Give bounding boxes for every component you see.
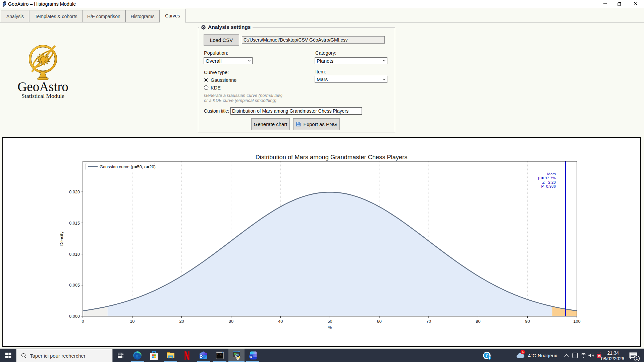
svg-text:W: W xyxy=(250,355,253,358)
svg-text:10: 10 xyxy=(130,319,135,324)
svg-text:20: 20 xyxy=(179,319,184,324)
svg-text:70: 70 xyxy=(426,319,431,324)
svg-text:0.010: 0.010 xyxy=(69,252,80,257)
svg-text:Gaussian curve (μ=50, σ=20): Gaussian curve (μ=50, σ=20) xyxy=(100,164,156,169)
svg-text:5: 5 xyxy=(522,350,524,354)
svg-text:0.000: 0.000 xyxy=(69,314,80,319)
svg-text:P=0.986: P=0.986 xyxy=(541,184,556,188)
svg-text:?: ? xyxy=(485,353,488,357)
svg-text:Distribution of Mars among Gra: Distribution of Mars among Grandmaster C… xyxy=(255,154,407,161)
svg-text:80: 80 xyxy=(476,319,480,324)
svg-text:1: 1 xyxy=(636,356,638,360)
svg-text:90: 90 xyxy=(525,319,530,324)
svg-text:50: 50 xyxy=(327,319,332,324)
svg-text:0.020: 0.020 xyxy=(69,189,80,194)
svg-text:Z=-2.20: Z=-2.20 xyxy=(542,180,556,184)
svg-text:0: 0 xyxy=(82,319,84,324)
svg-text:Density: Density xyxy=(59,231,64,246)
svg-text:%: % xyxy=(328,325,332,330)
svg-text:0.005: 0.005 xyxy=(69,283,80,288)
svg-text:100: 100 xyxy=(573,319,580,324)
svg-text:Mars: Mars xyxy=(547,172,556,176)
svg-text:0.015: 0.015 xyxy=(69,221,80,226)
svg-text:60: 60 xyxy=(377,319,382,324)
svg-text:30: 30 xyxy=(229,319,233,324)
svg-text:40: 40 xyxy=(278,319,283,324)
svg-text:μ = 97.7%: μ = 97.7% xyxy=(538,176,556,180)
